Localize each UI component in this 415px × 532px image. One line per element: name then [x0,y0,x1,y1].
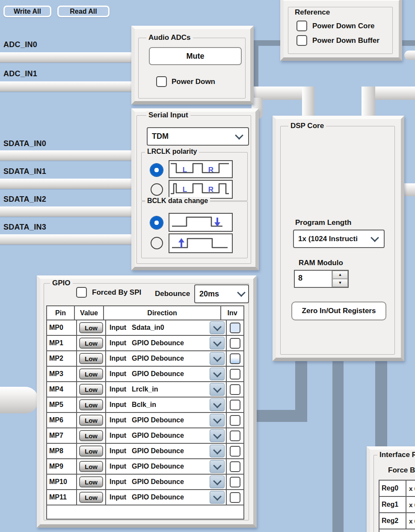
direction-mode: Input [110,370,126,378]
direction-target: GPIO Debounce [132,493,184,501]
ram-modulo-value: 8 [295,271,332,287]
gpio-direction-dropdown-button[interactable] [210,321,225,334]
gpio-value-button[interactable]: Low [79,492,103,503]
pin-name: MP1 [47,336,77,350]
gpio-value-button[interactable]: Low [79,322,103,333]
direction-mode: Input [110,401,126,409]
gpio-direction-dropdown-button[interactable] [210,337,225,350]
ram-modulo-spinner[interactable]: 8 ▲ ▼ [294,270,349,288]
inv-checkbox[interactable] [230,338,240,349]
gpio-row-mp3: MP3 Low InputGPIO Debounce [47,367,243,382]
dsp-core-panel: DSP Core Program Length 1x (1024 Instruc… [273,116,404,361]
pin-name: MP10 [47,475,77,489]
chevron-down-icon [213,384,222,393]
read-all-button[interactable]: Read All [57,6,110,17]
gpio-value-button[interactable]: Low [79,353,103,364]
spinner-down-button[interactable]: ▼ [332,279,348,287]
inv-checkbox[interactable] [230,477,240,487]
chevron-down-icon [213,461,222,470]
gpio-value-button[interactable]: Low [79,415,103,426]
adc-power-down-checkbox[interactable] [156,76,167,87]
gpio-direction-dropdown-button[interactable] [210,383,225,396]
inv-checkbox[interactable] [230,461,240,472]
sdata-in3-wire [0,234,136,245]
power-down-buffer-label: Power Down Buffer [312,36,379,45]
spinner-up-button[interactable]: ▲ [332,271,348,279]
adc-power-down-label: Power Down [172,78,215,86]
pin-name: MP2 [47,351,77,366]
column-header-pin: Pin [47,306,75,320]
gpio-value-button[interactable]: Low [79,384,103,395]
pin-label-sdata-in1: SDATA_IN1 [3,167,46,176]
pin-name: MP8 [47,444,77,458]
gpio-value-button[interactable]: Low [79,338,103,349]
serial-input-panel: Serial Input TDM LRCLK polarity L R L [131,108,259,270]
serial-mode-dropdown[interactable]: TDM [147,127,249,146]
lrclk-polarity-option2-radio[interactable] [151,183,163,196]
gpio-direction-dropdown-button[interactable] [210,475,225,488]
register-value[interactable]: x 0 [406,517,415,525]
direction-target: GPIO Debounce [132,463,184,470]
power-down-core-checkbox[interactable] [296,21,307,31]
zero-in-out-registers-button[interactable]: Zero In/Out Registers [291,302,386,320]
inv-checkbox[interactable] [230,323,240,333]
direction-mode: Input [110,447,126,455]
gpio-direction-dropdown-button[interactable] [210,491,225,504]
gpio-value-button[interactable]: Low [79,461,103,472]
write-all-button[interactable]: Write All [3,6,51,17]
lrclk-high-with-low-pulses-waveform: L R [169,160,233,178]
inv-checkbox[interactable] [230,415,240,426]
inv-checkbox[interactable] [230,430,240,441]
chevron-down-icon [213,492,222,501]
power-down-buffer-checkbox[interactable] [296,35,307,46]
inv-checkbox[interactable] [230,400,240,410]
direction-target: GPIO Debounce [132,447,184,455]
program-length-dropdown[interactable]: 1x (1024 Instructi [293,230,385,248]
register-value[interactable]: x 0 [406,485,415,492]
interface-registers-title: Interface R [377,451,415,459]
gpio-direction-dropdown-button[interactable] [210,398,225,411]
gpio-direction-dropdown-button[interactable] [210,352,225,365]
gpio-value-button[interactable]: Low [79,445,103,457]
forced-by-spi-label: Forced By SPI [92,288,141,297]
gpio-direction-dropdown-button[interactable] [210,368,225,380]
gpio-value-button[interactable]: Low [79,476,103,487]
power-down-core-label: Power Down Core [312,22,374,30]
pipe-dark-vertical-middle [332,360,344,532]
inv-checkbox[interactable] [230,353,240,364]
debounce-dropdown[interactable]: 20ms [194,284,249,303]
inv-checkbox[interactable] [230,492,240,503]
gpio-direction-dropdown-button[interactable] [210,429,225,442]
pipe-light-stub-top-right [404,51,415,60]
gpio-row-mp8: MP8 Low InputGPIO Debounce [47,444,243,459]
gpio-value-button[interactable]: Low [79,368,103,380]
pin-label-sdata-in0: SDATA_IN0 [3,139,46,148]
pin-name: MP5 [47,398,77,412]
direction-target: GPIO Debounce [132,416,184,424]
debounce-value: 20ms [199,290,237,299]
adc-in1-wire [0,81,136,92]
gpio-value-button[interactable]: Low [79,399,103,410]
forced-by-spi-checkbox[interactable] [76,287,87,298]
gpio-direction-dropdown-button[interactable] [210,460,225,473]
inv-checkbox[interactable] [230,384,240,395]
bclk-option1-radio[interactable] [150,216,163,229]
gpio-value-button[interactable]: Low [79,430,103,441]
direction-target: GPIO Debounce [132,339,184,347]
audio-adcs-panel: Audio ADCs Mute Power Down [131,26,254,105]
gpio-direction-dropdown-button[interactable] [210,445,225,457]
bclk-data-change-group: BCLK data change [141,201,248,258]
direction-mode: Input [110,493,126,501]
mute-button[interactable]: Mute [149,47,242,65]
direction-target: Sdata_in0 [132,324,164,332]
chevron-down-icon [213,415,222,424]
bclk-option2-radio[interactable] [151,237,163,249]
register-value[interactable]: x 0 [406,501,415,508]
gpio-row-mp7: MP7 Low InputGPIO Debounce [47,428,243,444]
gpio-row-mp0: MP0 Low InputSdata_in0 [47,320,243,336]
gpio-direction-dropdown-button[interactable] [210,414,225,427]
inv-checkbox[interactable] [230,369,240,380]
lrclk-polarity-option1-radio[interactable] [150,164,163,176]
inv-checkbox[interactable] [230,446,240,457]
sdata-in0-wire [0,150,136,161]
